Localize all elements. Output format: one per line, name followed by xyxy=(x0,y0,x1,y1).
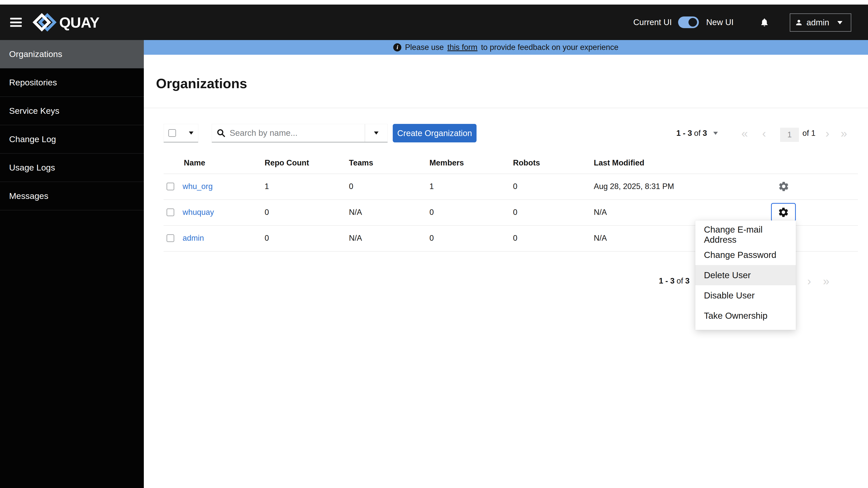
cell-teams: 0 xyxy=(349,182,353,191)
table-row: whu_org 1 0 1 0 Aug 28, 2025, 8:31 PM xyxy=(163,174,858,200)
pagination-top-per-page-caret[interactable] xyxy=(713,124,718,142)
menu-item-change-email[interactable]: Change E-mail Address xyxy=(695,225,796,245)
cell-members: 0 xyxy=(429,234,434,243)
pagination-bottom-range: 1 - 3 of 3 xyxy=(659,271,689,290)
pagination-top-first-button[interactable]: « xyxy=(741,124,748,142)
row-checkbox[interactable] xyxy=(166,183,174,190)
username-label: admin xyxy=(806,18,829,27)
column-header-teams: Teams xyxy=(349,159,373,168)
cell-members: 0 xyxy=(429,208,434,217)
search-input[interactable] xyxy=(229,128,365,138)
search-icon xyxy=(216,128,226,138)
ui-version-toggle[interactable] xyxy=(678,17,699,28)
bulk-select-dropdown[interactable] xyxy=(163,124,198,142)
cell-members: 1 xyxy=(429,182,434,191)
column-header-members: Members xyxy=(429,159,464,168)
banner-text-prefix: Please use xyxy=(405,43,444,52)
pagination-top-next-button[interactable]: › xyxy=(826,124,829,142)
menu-item-change-password[interactable]: Change Password xyxy=(695,245,796,265)
bulk-select-caret-icon xyxy=(189,132,193,135)
current-ui-label: Current UI xyxy=(633,18,672,27)
menu-item-delete-user[interactable]: Delete User xyxy=(695,265,796,285)
row-checkbox[interactable] xyxy=(166,208,174,216)
quay-logo[interactable]: QUAY xyxy=(32,12,99,32)
user-menu-caret-icon xyxy=(837,21,842,24)
row-settings-gear-button-focused[interactable] xyxy=(771,203,796,222)
info-icon: i xyxy=(393,43,401,52)
sidebar-item-usage-logs[interactable]: Usage Logs xyxy=(0,153,144,182)
sidebar-nav: Organizations Repositories Service Keys … xyxy=(0,40,144,488)
page-title: Organizations xyxy=(156,76,247,91)
quay-logo-text: QUAY xyxy=(59,14,99,31)
pagination-top-page-input[interactable]: 1 xyxy=(780,128,799,142)
cell-teams: N/A xyxy=(349,208,362,217)
row-checkbox[interactable] xyxy=(166,234,174,242)
toggle-knob xyxy=(688,18,697,27)
table-header-row: Name Repo Count Teams Members Robots Las… xyxy=(163,152,858,174)
cell-robots: 0 xyxy=(513,208,517,217)
search-options-caret[interactable] xyxy=(365,132,388,135)
cell-robots: 0 xyxy=(513,182,517,191)
gear-icon xyxy=(778,207,789,218)
user-actions-menu: Change E-mail Address Change Password De… xyxy=(695,221,796,330)
main-content: Organizations Create Organization 1 - 3 … xyxy=(144,55,868,488)
title-divider xyxy=(144,108,868,108)
sidebar-item-organizations[interactable]: Organizations xyxy=(0,40,144,68)
column-header-last-modified: Last Modified xyxy=(594,159,644,168)
column-header-name: Name xyxy=(184,159,205,168)
cell-repo-count: 0 xyxy=(265,208,269,217)
window-top-strip xyxy=(0,0,868,5)
row-settings-gear-icon[interactable] xyxy=(778,181,789,192)
menu-item-disable-user[interactable]: Disable User xyxy=(695,285,796,306)
banner-text-suffix: to provide feedback on your experience xyxy=(481,43,619,52)
user-avatar-icon xyxy=(795,19,803,27)
pagination-bottom-next-button[interactable]: › xyxy=(807,271,811,290)
cell-last-modified: N/A xyxy=(594,234,607,243)
sidebar-item-messages[interactable]: Messages xyxy=(0,182,144,210)
org-link[interactable]: whuquay xyxy=(183,208,214,217)
column-header-robots: Robots xyxy=(513,159,540,168)
create-organization-button[interactable]: Create Organization xyxy=(393,124,476,142)
sidebar-item-repositories[interactable]: Repositories xyxy=(0,68,144,97)
app-header: QUAY Current UI New UI admin xyxy=(0,5,868,40)
cell-repo-count: 0 xyxy=(265,234,269,243)
org-link[interactable]: whu_org xyxy=(183,182,213,191)
search-box xyxy=(212,124,388,142)
menu-item-take-ownership[interactable]: Take Ownership xyxy=(695,306,796,326)
cell-robots: 0 xyxy=(513,234,517,243)
quay-app: QUAY Current UI New UI admin Organizatio… xyxy=(0,0,868,488)
org-link[interactable]: admin xyxy=(183,234,204,243)
pagination-top-last-button[interactable]: » xyxy=(841,124,847,142)
bulk-select-checkbox[interactable] xyxy=(168,129,176,137)
cell-last-modified: N/A xyxy=(594,208,607,217)
hamburger-menu-icon[interactable] xyxy=(10,18,22,27)
user-menu-button[interactable]: admin xyxy=(790,13,851,32)
feedback-banner: i Please use this form to provide feedba… xyxy=(144,40,868,55)
notification-bell-icon[interactable] xyxy=(760,17,769,28)
banner-feedback-link[interactable]: this form xyxy=(447,43,477,52)
cell-last-modified: Aug 28, 2025, 8:31 PM xyxy=(594,182,674,191)
cell-repo-count: 1 xyxy=(265,182,269,191)
quay-logo-mark-icon xyxy=(32,12,57,32)
pagination-top-prev-button[interactable]: ‹ xyxy=(762,124,766,142)
column-header-repo-count: Repo Count xyxy=(265,159,309,168)
pagination-top-range: 1 - 3 of 3 xyxy=(676,124,707,142)
new-ui-label: New UI xyxy=(706,18,734,27)
pagination-top-page-of-label: of 1 xyxy=(802,124,815,142)
pagination-bottom-last-button[interactable]: » xyxy=(823,271,830,290)
sidebar-item-change-log[interactable]: Change Log xyxy=(0,125,144,153)
sidebar-item-service-keys[interactable]: Service Keys xyxy=(0,97,144,125)
cell-teams: N/A xyxy=(349,234,362,243)
